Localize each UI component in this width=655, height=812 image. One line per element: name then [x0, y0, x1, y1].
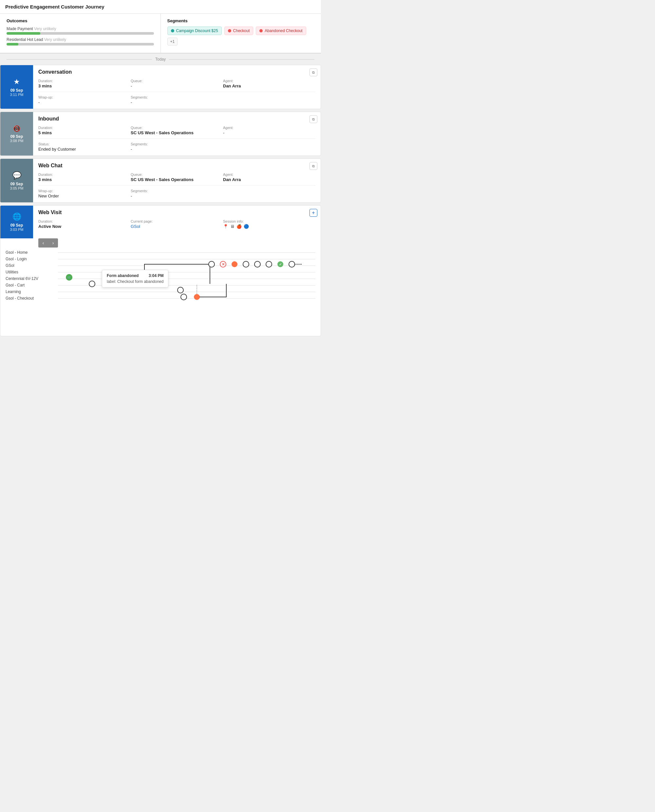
today-divider: Today [0, 54, 321, 65]
outcomes-title: Outcomes [6, 18, 154, 23]
segment-label-checkout: Checkout [233, 29, 250, 33]
node-gsol-4[interactable] [254, 261, 260, 267]
segments-title: Segments [168, 18, 315, 23]
inbound-fields-row2: Status: Ended by Customer Segments: - [38, 142, 315, 152]
node-checkout-1[interactable] [181, 294, 187, 300]
node-cart-icon: 🛒 [67, 275, 71, 279]
nav-prev-btn[interactable]: ‹ [38, 238, 48, 247]
webvisit-current-page: Current page: GSol [131, 220, 223, 229]
node-checkout-orange[interactable] [194, 294, 200, 300]
node-check-icon: ✓ [279, 262, 281, 266]
page-label-gsol-home: Gsol - Home [6, 250, 58, 255]
card-body-inbound: Inbound ⧉ Duration: 5 mins Queue: SC US … [33, 112, 321, 155]
webchat-icon: 💬 [12, 171, 21, 180]
inbound-queue: Queue: SC US West - Sales Operations [131, 126, 223, 135]
webvisit-page-link[interactable]: GSol [131, 224, 140, 229]
node-gsol-7[interactable] [289, 261, 295, 267]
webvisit-date: 09 Sep [11, 223, 23, 227]
page-label-gsol-login: Gsol - Login [6, 257, 58, 261]
node-gsol-3[interactable] [243, 261, 249, 267]
page-timeline-section: Gsol - Home Gsol - Login GSol Utilities … [0, 250, 321, 308]
webvisit-duration: Duration: Active Now [38, 220, 131, 229]
conversation-agent: Agent: Dan Arra [223, 79, 315, 88]
segment-plus-more[interactable]: +1 [168, 38, 178, 46]
location-icon: 📍 [223, 224, 228, 229]
conversation-copy-btn[interactable]: ⧉ [309, 68, 317, 76]
segment-dot-red-checkout [228, 29, 231, 32]
page-title: Predictive Engagement Customer Journey [5, 4, 105, 9]
webchat-duration: Duration: 3 mins [38, 173, 131, 182]
session-info-icons: 📍 🖥 🍎 🔵 [223, 224, 310, 229]
conversation-icon: ★ [14, 78, 20, 86]
inbound-phone-icon: 📵 [13, 125, 20, 132]
node-gsol-5[interactable] [266, 261, 272, 267]
card-side-conversation: ★ 09 Sep 3:11 PM [0, 65, 33, 109]
tooltip-label-row: label: Checkout form abandoned [107, 279, 163, 284]
page-label-utilities: Utilities [6, 270, 58, 275]
tooltip-time: 3:04 PM [149, 273, 163, 278]
conversation-date: 09 Sep [11, 88, 23, 93]
page-header: Predictive Engagement Customer Journey [0, 0, 321, 14]
top-section: Outcomes Made Payment Very unlikely Resi… [0, 14, 321, 54]
webvisit-plus-btn[interactable]: + [309, 209, 317, 217]
webvisit-fields-row1: Duration: Active Now Current page: GSol … [38, 220, 315, 229]
card-inbound: 📵 09 Sep 3:08 PM Inbound ⧉ Duration: 5 m… [0, 112, 321, 156]
outcome-label: Made Payment Very unlikely [6, 26, 154, 31]
segments-row: Campaign Discount $25 Checkout Abandoned… [168, 26, 315, 46]
card-webvisit: 🌐 09 Sep 3:03 PM Web Visit + Duration: A… [0, 205, 321, 336]
segment-label-campaign: Campaign Discount $25 [176, 29, 218, 33]
inbound-time: 3:08 PM [10, 139, 23, 143]
card-body-webvisit: Web Visit + Duration: Active Now Current… [33, 206, 321, 238]
segment-dot-teal [171, 29, 174, 32]
webchat-fields-row1: Duration: 3 mins Queue: SC US West - Sal… [38, 173, 315, 182]
webvisit-time: 3:03 PM [10, 227, 23, 232]
segment-badge-campaign[interactable]: Campaign Discount $25 [168, 26, 222, 35]
outcome-progress-bg [6, 43, 154, 46]
inbound-copy-btn[interactable]: ⧉ [309, 115, 317, 123]
outcomes-panel: Outcomes Made Payment Very unlikely Resi… [0, 14, 161, 53]
nav-next-btn[interactable]: › [48, 238, 58, 247]
monitor-icon: 🖥 [230, 224, 234, 229]
webchat-segments: Segments: - [131, 189, 223, 198]
node-cart-1[interactable] [89, 281, 95, 287]
today-label: Today [155, 57, 166, 61]
page-label-gsol: GSol [6, 263, 58, 268]
page-label-checkout: Gsol - Checkout [6, 296, 58, 301]
webchat-title: Web Chat [38, 163, 315, 169]
webvisit-globe-icon: 🌐 [12, 212, 21, 221]
webchat-copy-btn[interactable]: ⧉ [309, 162, 317, 170]
webchat-date: 09 Sep [11, 182, 23, 186]
browser-icon: 🔵 [244, 224, 249, 229]
segment-badge-abandoned[interactable]: Abandoned Checkout [256, 26, 306, 35]
card-side-webvisit: 🌐 09 Sep 3:03 PM [0, 206, 33, 238]
inbound-fields-row1: Duration: 5 mins Queue: SC US West - Sal… [38, 126, 315, 135]
node-gsol-1[interactable] [209, 261, 215, 267]
conversation-wrapup: Wrap-up: - [38, 95, 131, 105]
webchat-fields-row2: Wrap-up: New Order Segments: - [38, 189, 315, 198]
tooltip-event-label: Form abandoned [107, 273, 138, 278]
webvisit-top: 🌐 09 Sep 3:03 PM Web Visit + Duration: A… [0, 206, 321, 238]
conversation-duration: Duration: 3 mins [38, 79, 131, 88]
nav-arrows-container: ‹ › [0, 238, 321, 250]
conversation-time: 3:11 PM [10, 93, 23, 97]
webvisit-session-info: Session info: 📍 🖥 🍎 🔵 [223, 220, 315, 229]
outcome-row: Made Payment Very unlikely [6, 26, 154, 35]
segment-badge-checkout[interactable]: Checkout [224, 26, 254, 35]
apple-icon: 🍎 [237, 224, 242, 229]
webchat-agent: Agent: Dan Arra [223, 173, 315, 182]
conversation-fields-row2: Wrap-up: - Segments: - [38, 95, 315, 105]
webchat-time: 3:05 PM [10, 186, 23, 190]
outcomes-list: Made Payment Very unlikely Residential H… [6, 26, 154, 46]
tooltip-row-title: Form abandoned 3:04 PM [107, 273, 163, 278]
card-body-conversation: Conversation ⧉ Duration: 3 mins Queue: -… [33, 65, 321, 109]
timeline-svg: 🛒 ✕ ✓ [53, 250, 321, 303]
card-side-webchat: 💬 09 Sep 3:05 PM [0, 159, 33, 203]
conversation-title: Conversation [38, 69, 315, 75]
node-timer[interactable] [232, 261, 237, 267]
outcome-progress-fill [6, 32, 40, 35]
inbound-title: Inbound [38, 116, 315, 122]
conversation-fields-row1: Duration: 3 mins Queue: - Agent: Dan Arr… [38, 79, 315, 88]
card-side-inbound: 📵 09 Sep 3:08 PM [0, 112, 33, 155]
node-learning[interactable] [177, 287, 183, 293]
outcome-label: Residential Hot Lead Very unlikely [6, 37, 154, 42]
